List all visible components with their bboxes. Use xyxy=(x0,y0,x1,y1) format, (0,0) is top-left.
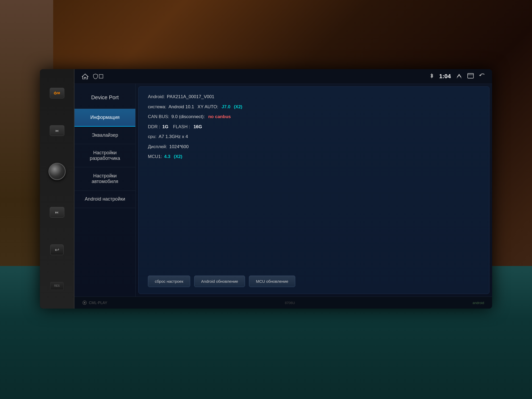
ddr-label: DDR : xyxy=(148,123,160,130)
system-label: система: xyxy=(148,103,166,110)
main-content: Device Port Информация Эквалайзер Настро… xyxy=(74,84,492,297)
brand-bar: CML-PLAY 8706U android xyxy=(74,297,492,309)
mcu-value: 4.3 xyxy=(164,153,171,160)
svg-point-5 xyxy=(84,302,85,304)
bluetooth-icon xyxy=(430,73,434,80)
volume-knob[interactable] xyxy=(48,163,66,180)
android-brand-label: android xyxy=(473,301,484,305)
canbus-status: no canbus xyxy=(207,113,231,120)
signal-icon xyxy=(456,73,462,80)
info-row-ddr: DDR : 1G FLASH : 16G xyxy=(148,123,480,130)
canbus-label: CAN BUS: xyxy=(148,113,169,120)
info-row-system: система: Android 10.1 XY AUTO: J7.0 (X2) xyxy=(148,103,480,110)
sidebar-item-dev-settings[interactable]: Настройки разработчика xyxy=(74,144,135,167)
window-icon[interactable] xyxy=(467,73,474,80)
power-button[interactable]: ⏻/M xyxy=(50,88,64,98)
sidebar-item-information[interactable]: Информация xyxy=(74,109,135,127)
screen: 1:04 xyxy=(74,69,492,309)
mcu-label: MCU1: xyxy=(148,153,162,160)
model-number: 8706U xyxy=(285,301,295,305)
back-button-physical[interactable]: ↩ xyxy=(50,244,64,255)
brand-cml: CML-PLAY xyxy=(82,301,107,305)
svg-rect-1 xyxy=(99,74,103,78)
cpu-label: cpu: xyxy=(148,133,156,140)
status-bar-right: 1:04 xyxy=(430,73,485,80)
sidebar-item-android-settings[interactable]: Android настройки xyxy=(74,190,135,208)
svg-marker-0 xyxy=(82,74,88,79)
info-row-display: Дисплей: 1024*600 xyxy=(148,143,480,150)
info-rows: Android: PAX211A_00017_V001 система: And… xyxy=(148,93,480,270)
status-time: 1:04 xyxy=(439,73,451,80)
android-value: PAX211A_00017_V001 xyxy=(167,93,214,100)
android-label: Android: xyxy=(148,93,165,100)
back-arrow-icon[interactable] xyxy=(479,73,485,80)
action-buttons: сброс настроек Android обновление MCU об… xyxy=(148,276,480,287)
system-xy-value: J7.0 xyxy=(222,103,230,110)
svg-rect-2 xyxy=(468,73,473,78)
info-row-canbus: CAN BUS: 9.0 (disconnect): no canbus xyxy=(148,113,480,120)
status-bar: 1:04 xyxy=(74,69,492,84)
res-button[interactable]: RES xyxy=(50,282,64,290)
info-row-android: Android: PAX211A_00017_V001 xyxy=(148,93,480,100)
car-head-unit: ⏻/M ⏮ ⏭ ↩ RES xyxy=(40,69,492,309)
flash-value: 16G xyxy=(192,123,202,130)
shield-square-icon xyxy=(93,74,103,79)
info-row-mcu: MCU1: 4.3 (X2) xyxy=(148,153,480,160)
physical-controls: ⏻/M ⏮ ⏭ ↩ RES xyxy=(40,69,74,309)
prev-button[interactable]: ⏮ xyxy=(50,125,64,136)
flash-label: FLASH : xyxy=(171,123,190,130)
sidebar-item-equalizer[interactable]: Эквалайзер xyxy=(74,127,135,144)
system-value-android: Android 10.1 xyxy=(168,103,194,110)
next-button[interactable]: ⏭ xyxy=(50,207,64,218)
ddr-value: 1G xyxy=(162,123,168,130)
canbus-version: 9.0 (disconnect): xyxy=(171,113,205,120)
system-xy-label: XY AUTO: xyxy=(196,103,219,110)
mcu-update-button[interactable]: MCU обновление xyxy=(249,276,295,287)
cpu-value: A7 1.3GHz x 4 xyxy=(159,133,188,140)
info-row-cpu: cpu: A7 1.3GHz x 4 xyxy=(148,133,480,140)
info-panel: Android: PAX211A_00017_V001 система: And… xyxy=(138,86,489,294)
status-bar-left xyxy=(81,72,103,80)
sidebar-item-device-port[interactable]: Device Port xyxy=(74,86,135,109)
home-icon xyxy=(81,72,89,80)
display-label: Дисплей: xyxy=(148,143,167,150)
display-value: 1024*600 xyxy=(169,143,189,150)
system-xy-x2: (X2) xyxy=(232,103,242,110)
sidebar-item-car-settings[interactable]: Настройки автомобиля xyxy=(74,167,135,190)
reset-button[interactable]: сброс настроек xyxy=(148,276,190,287)
sidebar-menu: Device Port Информация Эквалайзер Настро… xyxy=(74,84,136,297)
mcu-x2: (X2) xyxy=(173,153,182,160)
android-update-button[interactable]: Android обновление xyxy=(194,276,245,287)
